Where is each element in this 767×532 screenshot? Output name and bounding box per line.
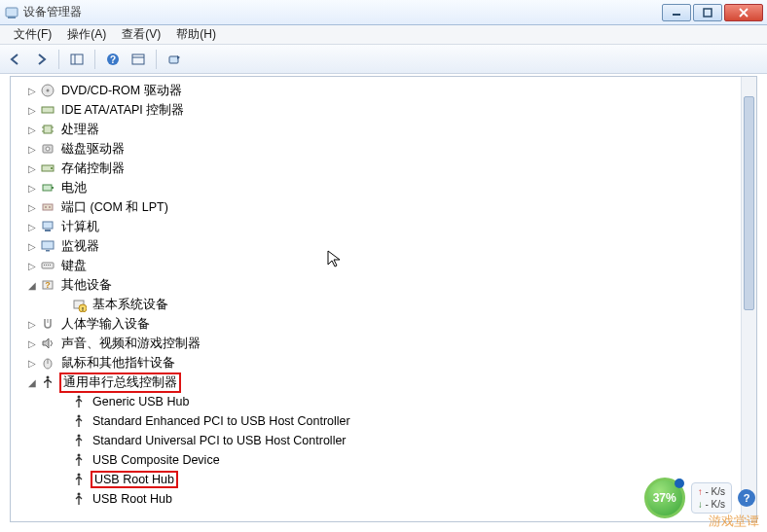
device-tree-panel: ▷ DVD/CD-ROM 驱动器 ▷ IDE ATA/ATAPI 控制器 ▷ 处…	[10, 76, 757, 522]
scrollbar-thumb[interactable]	[744, 96, 754, 310]
menu-help[interactable]: 帮助(H)	[168, 26, 224, 43]
svg-rect-6	[71, 54, 83, 64]
minimize-button[interactable]	[662, 4, 691, 21]
help-button[interactable]: ?	[101, 49, 125, 70]
close-button[interactable]	[724, 4, 763, 21]
computer-icon	[40, 219, 55, 234]
device-tree[interactable]: ▷ DVD/CD-ROM 驱动器 ▷ IDE ATA/ATAPI 控制器 ▷ 处…	[11, 77, 756, 521]
svg-point-24	[51, 167, 53, 169]
expand-icon[interactable]: ▷	[26, 163, 38, 174]
expand-icon[interactable]: ▷	[26, 183, 38, 194]
svg-point-28	[45, 206, 47, 208]
tree-label: USB Composite Device	[91, 453, 222, 467]
svg-rect-26	[52, 187, 54, 189]
svg-point-53	[78, 493, 81, 496]
usb-device-icon	[71, 491, 87, 507]
tree-label: 通用串行总线控制器	[59, 372, 181, 393]
help-bubble-icon[interactable]: ?	[738, 489, 755, 507]
svg-point-22	[46, 147, 50, 151]
svg-rect-36	[46, 265, 47, 266]
titlebar: 设备管理器	[0, 0, 767, 25]
tree-node-ports[interactable]: ▷ 端口 (COM 和 LPT)	[11, 197, 756, 217]
svg-rect-35	[44, 265, 45, 266]
tree-label: Standard Universal PCI to USB Host Contr…	[91, 434, 348, 447]
tree-node-usb-child[interactable]: USB Composite Device	[11, 450, 756, 470]
tree-node-cpu[interactable]: ▷ 处理器	[11, 120, 756, 139]
tree-label: IDE ATA/ATAPI 控制器	[59, 102, 186, 119]
watermark: 游戏堂谭	[709, 513, 759, 530]
menu-view[interactable]: 查看(V)	[114, 26, 168, 43]
tree-node-other[interactable]: ◢ ? 其他设备	[11, 275, 756, 295]
tree-node-usb[interactable]: ◢ 通用串行总线控制器	[11, 372, 756, 392]
scan-hardware-button[interactable]	[163, 49, 186, 70]
menu-action[interactable]: 操作(A)	[59, 26, 114, 43]
expand-icon[interactable]: ▷	[26, 241, 38, 252]
menubar: 文件(F) 操作(A) 查看(V) 帮助(H)	[0, 25, 767, 45]
properties-button[interactable]	[127, 49, 150, 70]
expand-icon[interactable]: ▷	[26, 358, 38, 369]
back-button[interactable]	[4, 49, 27, 70]
expand-icon[interactable]: ▷	[26, 319, 38, 330]
keyboard-icon	[40, 258, 55, 273]
svg-rect-27	[43, 204, 53, 210]
svg-rect-12	[169, 56, 178, 63]
forward-button[interactable]	[29, 49, 53, 70]
disk-drive-icon	[40, 141, 55, 157]
svg-text:?: ?	[110, 54, 116, 65]
usb-device-icon	[71, 433, 87, 448]
cpu-usage-value: 37%	[653, 491, 676, 505]
cpu-usage-badge[interactable]: 37%	[644, 478, 685, 518]
collapse-icon[interactable]: ◢	[26, 280, 38, 291]
menu-file[interactable]: 文件(F)	[6, 26, 59, 43]
port-icon	[40, 199, 55, 215]
tree-node-battery[interactable]: ▷ 电池	[11, 178, 756, 197]
tree-node-sound[interactable]: ▷ 声音、视频和游戏控制器	[11, 334, 756, 353]
usb-device-icon	[71, 413, 87, 429]
tree-node-keyboard[interactable]: ▷ 键盘	[11, 256, 756, 275]
window-title: 设备管理器	[23, 4, 662, 20]
tree-label: Standard Enhanced PCI to USB Host Contro…	[91, 414, 352, 428]
expand-icon[interactable]: ▷	[26, 144, 38, 155]
svg-point-52	[78, 474, 81, 477]
vertical-scrollbar[interactable]	[741, 77, 756, 521]
svg-text:?: ?	[45, 280, 51, 290]
tree-node-mouse[interactable]: ▷ 鼠标和其他指针设备	[11, 353, 756, 372]
mouse-icon	[40, 355, 55, 371]
tree-label: 处理器	[59, 122, 101, 138]
tree-node-dvd[interactable]: ▷ DVD/CD-ROM 驱动器	[11, 81, 756, 100]
svg-rect-32	[42, 241, 54, 249]
expand-icon[interactable]: ▷	[26, 86, 38, 96]
tree-label: 存储控制器	[59, 160, 127, 177]
tree-label: USB Root Hub	[91, 471, 178, 488]
tree-node-usb-child[interactable]: Generic USB Hub	[11, 392, 756, 411]
show-hide-tree-button[interactable]	[65, 49, 89, 70]
svg-point-29	[49, 206, 51, 208]
svg-rect-3	[704, 9, 712, 17]
tree-node-disk[interactable]: ▷ 磁盘驱动器	[11, 139, 756, 159]
tree-label: Generic USB Hub	[91, 395, 191, 408]
tree-node-usb-child[interactable]: Standard Universal PCI to USB Host Contr…	[11, 431, 756, 450]
upload-speed: - K/s	[705, 486, 725, 497]
expand-icon[interactable]: ▷	[26, 105, 38, 116]
expand-icon[interactable]: ▷	[26, 222, 38, 232]
tree-node-ide[interactable]: ▷ IDE ATA/ATAPI 控制器	[11, 100, 756, 120]
upload-arrow-icon: ↑	[698, 486, 703, 497]
usb-device-icon	[71, 394, 87, 409]
expand-icon[interactable]: ▷	[26, 338, 38, 349]
network-stats: ↑ - K/s ↓ - K/s	[691, 482, 732, 514]
expand-icon[interactable]: ▷	[26, 124, 38, 135]
tree-node-other-child[interactable]: ! 基本系统设备	[11, 295, 756, 314]
expand-icon[interactable]: ▷	[26, 202, 38, 213]
collapse-icon[interactable]: ◢	[26, 377, 38, 388]
tree-node-computer[interactable]: ▷ 计算机	[11, 217, 756, 236]
expand-icon[interactable]: ▷	[26, 261, 38, 271]
tree-label: 端口 (COM 和 LPT)	[59, 199, 170, 216]
tree-node-storage[interactable]: ▷ 存储控制器	[11, 159, 756, 178]
tree-node-hid[interactable]: ▷ 人体学输入设备	[11, 314, 756, 334]
toolbar-separator	[94, 50, 95, 69]
maximize-button[interactable]	[693, 4, 722, 21]
tree-node-usb-child[interactable]: Standard Enhanced PCI to USB Host Contro…	[11, 411, 756, 431]
tree-node-monitor[interactable]: ▷ 监视器	[11, 236, 756, 256]
unknown-device-icon: !	[71, 297, 87, 312]
svg-rect-25	[43, 185, 52, 191]
